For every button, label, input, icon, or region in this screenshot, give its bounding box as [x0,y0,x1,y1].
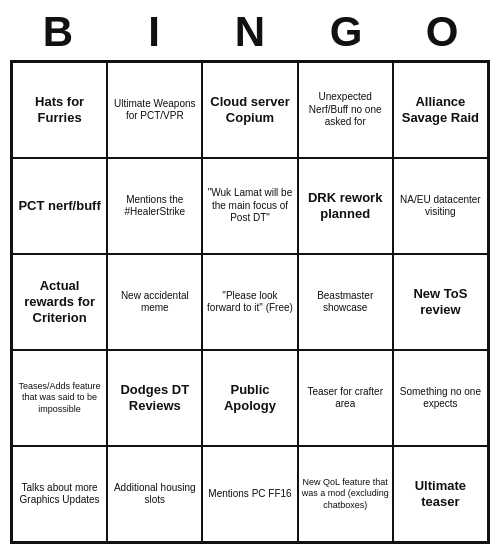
cell-10: Actual rewards for Criterion [12,254,107,350]
cell-4: Alliance Savage Raid [393,62,488,158]
cell-14: New ToS review [393,254,488,350]
cell-5: PCT nerf/buff [12,158,107,254]
cell-18: Teaser for crafter area [298,350,393,446]
bingo-title: B I N G O [10,0,490,60]
cell-8: DRK rework planned [298,158,393,254]
title-b: B [18,8,98,56]
cell-7: "Wuk Lamat will be the main focus of Pos… [202,158,297,254]
cell-1: Ultimate Weapons for PCT/VPR [107,62,202,158]
title-i: I [114,8,194,56]
bingo-grid: Hats for FurriesUltimate Weapons for PCT… [10,60,490,544]
title-g: G [306,8,386,56]
cell-3: Unexpected Nerf/Buff no one asked for [298,62,393,158]
cell-9: NA/EU datacenter visiting [393,158,488,254]
cell-19: Something no one expects [393,350,488,446]
cell-16: Dodges DT Reviews [107,350,202,446]
cell-15: Teases/Adds feature that was said to be … [12,350,107,446]
cell-20: Talks about more Graphics Updates [12,446,107,542]
cell-23: New QoL feature that was a mod (excludin… [298,446,393,542]
cell-6: Mentions the #HealerStrike [107,158,202,254]
cell-21: Additional housing slots [107,446,202,542]
cell-12: "Please look forward to it" (Free) [202,254,297,350]
title-n: N [210,8,290,56]
cell-24: Ultimate teaser [393,446,488,542]
cell-11: New accidental meme [107,254,202,350]
title-o: O [402,8,482,56]
cell-0: Hats for Furries [12,62,107,158]
cell-13: Beastmaster showcase [298,254,393,350]
cell-22: Mentions PC FF16 [202,446,297,542]
cell-2: Cloud server Copium [202,62,297,158]
cell-17: Public Apology [202,350,297,446]
